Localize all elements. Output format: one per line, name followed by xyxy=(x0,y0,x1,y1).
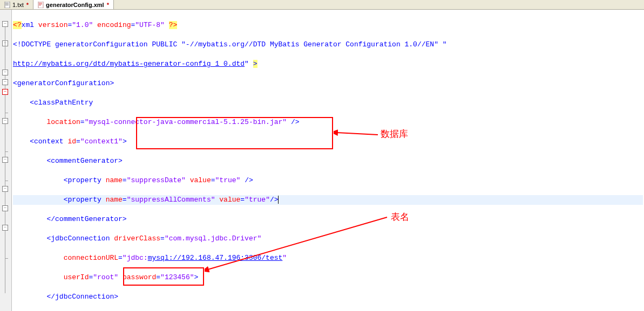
fold-toggle[interactable]: − xyxy=(2,79,8,85)
file-icon xyxy=(38,2,44,8)
fold-toggle[interactable]: − xyxy=(2,186,8,192)
file-icon xyxy=(4,2,11,8)
tab-file-1[interactable]: 1.txt * xyxy=(0,0,33,9)
dirty-marker: * xyxy=(26,2,29,8)
fold-toggle[interactable]: − xyxy=(2,225,8,231)
tab-bar: 1.txt * generatorConfig.xml * xyxy=(0,0,644,10)
tab-file-2[interactable]: generatorConfig.xml * xyxy=(33,0,114,9)
fold-toggle[interactable]: − xyxy=(2,21,8,27)
gutter: − − − − − − − − − − xyxy=(0,10,12,311)
svg-rect-3 xyxy=(5,5,9,5)
dirty-marker: * xyxy=(107,2,109,8)
text-cursor xyxy=(278,196,279,204)
fold-toggle[interactable]: − xyxy=(2,118,8,124)
svg-rect-6 xyxy=(39,4,42,4)
tab-label: generatorConfig.xml xyxy=(46,2,104,8)
svg-rect-5 xyxy=(39,3,42,3)
editor: − − − − − − − − − − <?xml version="1.0" … xyxy=(0,10,644,311)
tab-label: 1.txt xyxy=(12,2,24,8)
svg-line-8 xyxy=(337,133,378,135)
code-area[interactable]: <?xml version="1.0" encoding="UTF-8" ?> … xyxy=(12,10,644,311)
fold-toggle[interactable]: − xyxy=(2,70,8,75)
fold-toggle[interactable]: − xyxy=(2,205,8,211)
svg-rect-7 xyxy=(39,5,41,5)
fold-toggle[interactable]: − xyxy=(2,157,8,163)
svg-rect-2 xyxy=(5,4,9,4)
fold-toggle[interactable]: − xyxy=(2,89,8,95)
svg-rect-1 xyxy=(5,3,9,3)
